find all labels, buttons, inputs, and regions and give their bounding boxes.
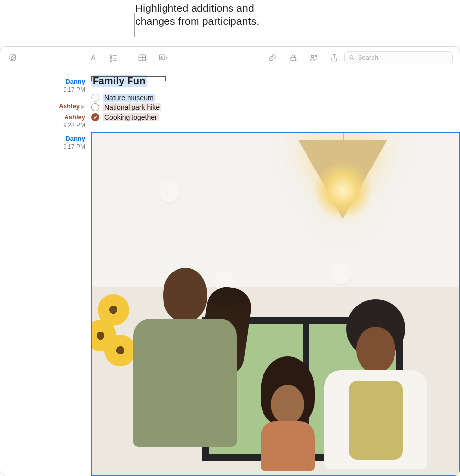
svg-point-3 — [110, 60, 112, 61]
toolbar — [0, 47, 460, 68]
svg-rect-7 — [291, 57, 296, 61]
svg-point-2 — [110, 57, 112, 59]
format-text-icon[interactable] — [87, 52, 99, 64]
checklist-item[interactable]: National park hike — [91, 102, 460, 112]
search-icon — [349, 54, 355, 61]
checklist-item-label[interactable]: Nature museum — [103, 94, 155, 102]
link-icon[interactable] — [266, 52, 278, 64]
person-illustration — [319, 297, 432, 475]
person-illustration — [129, 268, 242, 475]
annotation-callout: Highlighted additions and changes from p… — [0, 2, 460, 44]
notes-window: Danny 9:17 PM Ashley▶ Ashley 9:28 PM Dan… — [0, 46, 460, 476]
note-content[interactable]: Family Fun Nature museum National park h… — [91, 68, 460, 476]
table-icon[interactable] — [136, 52, 148, 64]
note-body: Danny 9:17 PM Ashley▶ Ashley 9:28 PM Dan… — [0, 68, 460, 476]
svg-point-9 — [315, 55, 317, 57]
svg-point-1 — [110, 55, 112, 56]
collaborate-icon[interactable] — [308, 52, 320, 64]
gutter-author: Ashley — [59, 102, 80, 110]
svg-point-8 — [311, 55, 314, 58]
svg-point-10 — [350, 55, 353, 58]
checklist: Nature museum National park hike Cooking… — [91, 93, 460, 122]
chevron-right-icon: ▶ — [81, 104, 85, 109]
lamp-illustration — [294, 132, 392, 269]
checkbox-checked-icon[interactable] — [91, 113, 99, 121]
checklist-item[interactable]: Cooking together — [91, 112, 460, 122]
lock-icon[interactable] — [287, 52, 299, 64]
checklist-item-label[interactable]: Cooking together — [103, 113, 159, 121]
search-input[interactable] — [358, 54, 448, 61]
gutter-author: Ashley — [0, 113, 85, 121]
gutter-time: 9:28 PM — [0, 121, 85, 130]
checklist-item[interactable]: Nature museum — [91, 93, 460, 102]
gutter-time: 9:17 PM — [0, 143, 85, 151]
annotation-line-2: changes from participants. — [135, 15, 260, 28]
share-icon[interactable] — [329, 52, 340, 64]
annotation-line-1: Highlighted additions and — [135, 2, 260, 15]
media-icon[interactable] — [157, 52, 169, 64]
checklist-icon[interactable] — [108, 52, 120, 64]
gutter-author: Danny — [0, 135, 85, 143]
checklist-item-label[interactable]: National park hike — [103, 103, 161, 111]
activity-gutter: Danny 9:17 PM Ashley▶ Ashley 9:28 PM Dan… — [0, 68, 91, 476]
callout-bracket — [91, 76, 166, 83]
gutter-author: Danny — [0, 77, 85, 86]
compose-icon[interactable] — [7, 52, 19, 64]
checkbox-icon[interactable] — [91, 94, 99, 102]
checkbox-icon[interactable] — [91, 103, 99, 111]
attached-photo[interactable] — [91, 132, 460, 476]
person-illustration — [253, 356, 322, 476]
gutter-time: 9:17 PM — [0, 86, 85, 94]
search-field[interactable] — [344, 51, 453, 64]
